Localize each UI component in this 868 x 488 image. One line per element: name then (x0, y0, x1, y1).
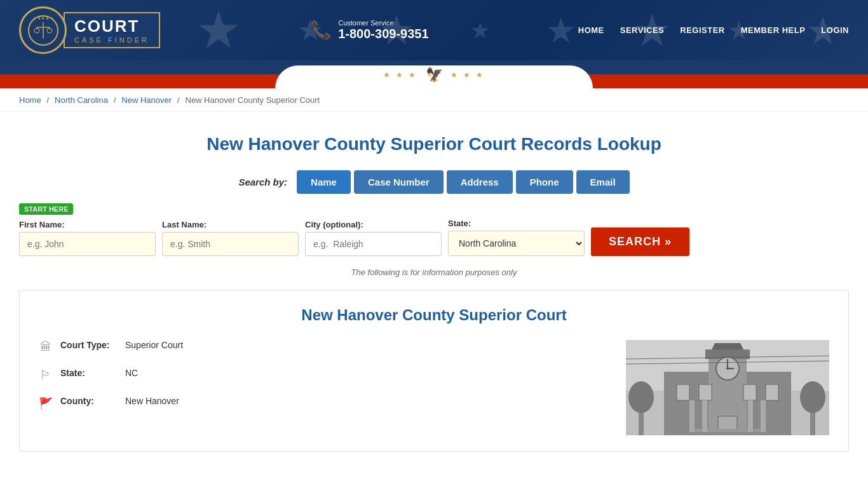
nav-member-help[interactable]: MEMBER HELP (741, 25, 806, 35)
main-nav: HOME SERVICES REGISTER MEMBER HELP LOGIN (578, 25, 849, 35)
county-label: County: (60, 396, 118, 406)
logo-text: COURT CASE FINDER (64, 12, 160, 48)
breadcrumb-sep-1: / (47, 95, 50, 105)
court-type-label: Court Type: (60, 340, 118, 350)
logo-court-text: COURT (74, 17, 149, 36)
court-info-right (626, 340, 829, 435)
breadcrumb: Home / North Carolina / New Hanover / Ne… (0, 88, 868, 112)
search-tabs-row: Search by: Name Case Number Address Phon… (19, 170, 849, 194)
phone-icon: 📞 (309, 20, 332, 41)
svg-rect-21 (766, 384, 778, 400)
stars-left: ★ ★ ★ (383, 71, 418, 79)
tab-email[interactable]: Email (576, 170, 630, 194)
search-by-label: Search by: (238, 177, 287, 187)
start-here-badge: START HERE (19, 203, 73, 215)
svg-rect-25 (689, 400, 695, 432)
state-label-detail: State: (60, 368, 118, 378)
search-button[interactable]: SEARCH » (591, 227, 689, 256)
breadcrumb-state[interactable]: North Carolina (55, 95, 108, 105)
breadcrumb-current: New Hanover County Superior Court (186, 95, 320, 105)
city-field: City (optional): (305, 220, 442, 256)
logo[interactable]: ★ ★ ★ ★ ★ COURT CASE FINDER (19, 6, 160, 54)
courthouse-image (626, 340, 829, 435)
form-fields-row: First Name: Last Name: City (optional): … (19, 219, 849, 256)
tab-case-number[interactable]: Case Number (354, 170, 444, 194)
first-name-label: First Name: (19, 220, 156, 229)
search-form: START HERE First Name: Last Name: City (… (19, 203, 849, 277)
svg-text:★ ★ ★ ★ ★: ★ ★ ★ ★ ★ (33, 17, 53, 20)
svg-marker-13 (712, 343, 743, 349)
court-type-value: Superior Court (125, 340, 183, 350)
eagle-banner: ★ ★ ★ 🦅 ★ ★ ★ (0, 60, 868, 88)
stars-right: ★ ★ ★ (451, 71, 485, 79)
tab-phone[interactable]: Phone (516, 170, 573, 194)
eagle-icon: 🦅 (426, 67, 443, 83)
phone-label: Customer Service (338, 19, 428, 27)
court-section: New Hanover County Superior Court 🏛 Cour… (19, 290, 849, 452)
nav-home[interactable]: HOME (578, 25, 604, 35)
svg-rect-27 (748, 400, 753, 432)
nav-services[interactable]: SERVICES (620, 25, 665, 35)
first-name-field: First Name: (19, 220, 156, 256)
last-name-label: Last Name: (162, 220, 299, 229)
first-name-input[interactable] (19, 232, 156, 256)
state-field: State: AlabamaAlaskaArizonaArkansasCalif… (448, 219, 585, 256)
city-input[interactable] (305, 232, 442, 256)
svg-rect-26 (702, 400, 707, 432)
svg-rect-23 (689, 429, 766, 432)
logo-casefinder-text: CASE FINDER (74, 36, 149, 44)
svg-rect-24 (683, 432, 772, 435)
court-type-row: 🏛 Court Type: Superior Court (39, 340, 607, 354)
logo-icon: ★ ★ ★ ★ ★ (19, 6, 67, 54)
page-title: New Hanover County Superior Court Record… (19, 134, 849, 154)
court-info-grid: 🏛 Court Type: Superior Court 🏳 State: NC… (39, 340, 829, 435)
county-icon: 🚩 (39, 396, 53, 410)
svg-rect-28 (761, 400, 766, 432)
state-row: 🏳 State: NC (39, 368, 607, 382)
eagle-row: ★ ★ ★ 🦅 ★ ★ ★ (383, 67, 485, 83)
breadcrumb-sep-3: / (177, 95, 180, 105)
svg-point-30 (628, 381, 654, 413)
tab-address[interactable]: Address (447, 170, 513, 194)
court-type-icon: 🏛 (39, 341, 53, 354)
county-value: New Hanover (125, 396, 179, 406)
state-select[interactable]: AlabamaAlaskaArizonaArkansasCaliforniaCo… (448, 231, 585, 256)
breadcrumb-county[interactable]: New Hanover (121, 95, 172, 105)
state-label: State: (448, 219, 585, 228)
court-section-title: New Hanover County Superior Court (39, 306, 829, 324)
phone-number: 1-800-309-9351 (338, 27, 428, 41)
county-row: 🚩 County: New Hanover (39, 396, 607, 410)
last-name-field: Last Name: (162, 220, 299, 256)
court-info-left: 🏛 Court Type: Superior Court 🏳 State: NC… (39, 340, 607, 435)
site-header: ★ ★ ★ ★ ★ ★ ★ ★ ★ ★ ★ ★ ★ ★ ★ COUR (0, 0, 868, 60)
city-label: City (optional): (305, 220, 442, 229)
tab-name[interactable]: Name (297, 170, 351, 194)
nav-login[interactable]: LOGIN (821, 25, 849, 35)
svg-rect-19 (699, 384, 712, 400)
svg-point-32 (800, 381, 825, 413)
state-icon: 🏳 (39, 369, 53, 382)
nav-register[interactable]: REGISTER (680, 25, 724, 35)
breadcrumb-sep-2: / (114, 95, 116, 105)
svg-rect-18 (677, 384, 689, 400)
state-value: NC (125, 368, 138, 378)
last-name-input[interactable] (162, 232, 299, 256)
breadcrumb-home[interactable]: Home (19, 95, 41, 105)
main-content: New Hanover County Superior Court Record… (0, 112, 868, 464)
info-note: The following is for information purpose… (19, 268, 849, 277)
phone-area: 📞 Customer Service 1-800-309-9351 (309, 19, 428, 41)
svg-rect-20 (743, 384, 756, 400)
